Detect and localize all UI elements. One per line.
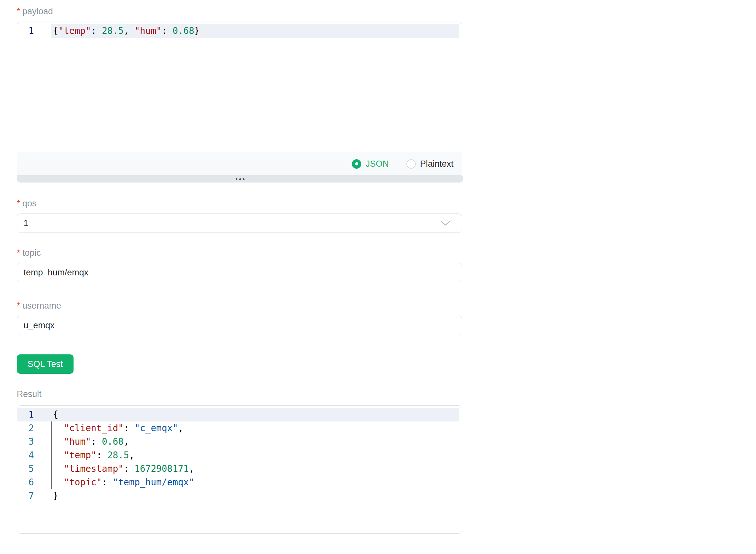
- result-editor-box: 1{2 "client_id": "c_emqx",3 "hum": 0.68,…: [17, 405, 462, 534]
- line-number: 1: [17, 24, 51, 38]
- result-label-text: Result: [17, 389, 42, 399]
- code-line-1: 1{: [17, 408, 462, 422]
- qos-label: * qos: [17, 198, 462, 209]
- code-line-3: 3 "hum": 0.68,: [17, 435, 462, 449]
- username-input[interactable]: [17, 316, 462, 335]
- resize-dots-icon: [239, 178, 241, 180]
- code-line-1: 1{"temp": 28.5, "hum": 0.68}: [17, 24, 462, 38]
- code-line-6: 6 "topic": "temp_hum/emqx": [17, 476, 462, 489]
- required-asterisk: *: [17, 6, 20, 17]
- resize-dots-icon: [236, 178, 237, 180]
- username-label-text: username: [22, 300, 61, 311]
- code-line-content: {"temp": 28.5, "hum": 0.68}: [51, 24, 462, 38]
- qos-select-value: 1: [23, 218, 29, 228]
- radio-selected-icon: [352, 159, 361, 169]
- required-asterisk: *: [17, 247, 20, 258]
- topic-label: * topic: [17, 247, 462, 258]
- indent-guide: [51, 422, 52, 489]
- required-asterisk: *: [17, 198, 20, 209]
- code-line-5: 5 "timestamp": 1672908171,: [17, 462, 462, 476]
- topic-input[interactable]: [17, 263, 462, 282]
- topic-label-text: topic: [22, 247, 41, 258]
- code-line-content: "temp": 28.5,: [51, 449, 462, 462]
- sql-test-page: * payload 1{"temp": 28.5, "hum": 0.68} J…: [0, 0, 756, 554]
- line-number: 2: [17, 422, 51, 435]
- username-label: * username: [17, 300, 462, 311]
- code-line-content: "topic": "temp_hum/emqx": [51, 476, 462, 489]
- payload-label: * payload: [17, 6, 462, 17]
- resize-dots-icon: [243, 178, 245, 180]
- format-radio-json-label: JSON: [365, 159, 389, 169]
- required-asterisk: *: [17, 300, 20, 311]
- line-number: 1: [17, 408, 51, 422]
- payload-format-bar: JSON Plaintext: [17, 152, 462, 175]
- result-code-editor[interactable]: 1{2 "client_id": "c_emqx",3 "hum": 0.68,…: [17, 406, 462, 533]
- code-line-content: }: [51, 489, 462, 503]
- sql-test-form: * payload 1{"temp": 28.5, "hum": 0.68} J…: [17, 0, 462, 534]
- payload-label-text: payload: [22, 6, 53, 17]
- format-radio-plaintext[interactable]: Plaintext: [407, 159, 453, 169]
- line-number: 6: [17, 476, 51, 489]
- line-number: 3: [17, 435, 51, 449]
- chevron-down-icon: [441, 221, 450, 226]
- code-line-content: "client_id": "c_emqx",: [51, 422, 462, 435]
- qos-select[interactable]: 1: [17, 214, 462, 233]
- format-radio-plaintext-label: Plaintext: [420, 159, 453, 169]
- radio-dot: [355, 162, 358, 165]
- line-number: 5: [17, 462, 51, 476]
- code-line-content: {: [51, 408, 459, 422]
- line-number: 7: [17, 489, 51, 503]
- radio-unselected-icon: [407, 159, 416, 169]
- format-radio-json[interactable]: JSON: [352, 159, 389, 169]
- code-line-4: 4 "temp": 28.5,: [17, 449, 462, 462]
- qos-label-text: qos: [22, 198, 37, 209]
- result-label: Result: [17, 389, 462, 399]
- payload-editor-box: 1{"temp": 28.5, "hum": 0.68} JSON Plaint…: [17, 21, 462, 176]
- code-line-7: 7}: [17, 489, 462, 503]
- code-line-2: 2 "client_id": "c_emqx",: [17, 422, 462, 435]
- code-line-content: "timestamp": 1672908171,: [51, 462, 462, 476]
- code-line-content: "hum": 0.68,: [51, 435, 462, 449]
- sql-test-button[interactable]: SQL Test: [17, 354, 73, 374]
- line-number: 4: [17, 449, 51, 462]
- editor-resize-handle[interactable]: [17, 176, 463, 182]
- payload-code-editor[interactable]: 1{"temp": 28.5, "hum": 0.68}: [17, 22, 462, 152]
